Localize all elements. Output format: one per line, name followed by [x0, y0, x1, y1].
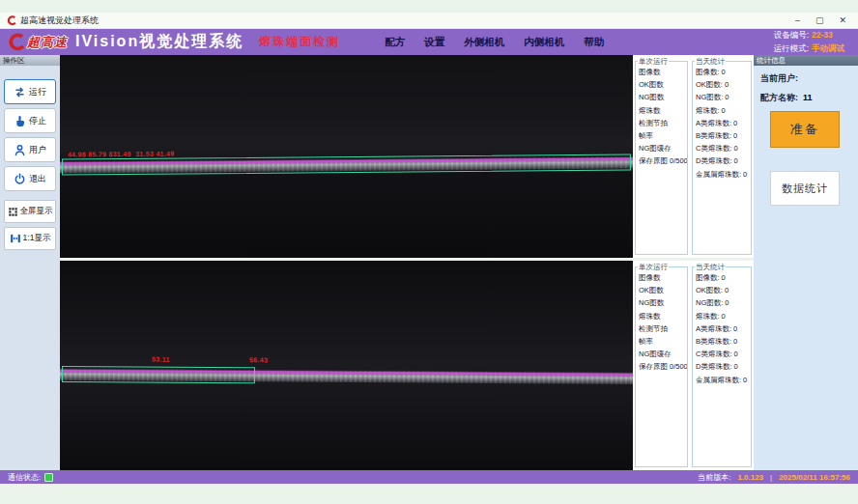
- comm-status-label: 通信状态:: [8, 472, 41, 483]
- stat-item: D类熔珠数:0: [696, 360, 751, 373]
- daily-stats-group: 当天统计 图像数:0 OK图数:0 NG图数:0 熔珠数:0 A类熔珠数:0 B…: [692, 266, 752, 467]
- power-icon: [14, 173, 26, 185]
- menu-item[interactable]: 外侧相机: [464, 36, 504, 49]
- window-title: 超高速视觉处理系统: [20, 14, 99, 27]
- detection-rect-overlay: [62, 366, 255, 383]
- app-window: 超高速视觉处理系统 – ▢ ✕ 超高速 IVision视觉处理系统 熔珠端面检测…: [0, 0, 858, 504]
- exit-button-label: 退出: [29, 173, 46, 185]
- stats-panel-top: 单次运行 图像数 OK图数 NG图数 熔珠数 检测节拍 帧率 NG图缓存: [633, 55, 754, 258]
- exit-button[interactable]: 退出: [4, 166, 56, 191]
- stat-item: 图像数: [639, 66, 687, 78]
- one-to-one-button-label: 1:1显示: [23, 233, 51, 244]
- data-statistics-button[interactable]: 数据统计: [770, 171, 840, 206]
- device-number-row: 设备编号:22-33: [774, 29, 844, 42]
- measurement-annotation: 53.11: [152, 356, 170, 363]
- recipe-name-row: 配方名称:11: [760, 92, 858, 104]
- stat-item: A类熔珠数:0: [696, 117, 751, 129]
- comm-status-indicator: [44, 473, 53, 482]
- stat-item: 图像数:0: [696, 66, 751, 78]
- operation-sidebar: 操作区 运行 停止 用户: [0, 55, 60, 470]
- current-user-label: 当前用户:: [760, 73, 798, 83]
- run-cycle-icon: [14, 86, 26, 98]
- stat-item: 检测节拍: [639, 117, 687, 129]
- app-title: IVision视觉处理系统: [75, 32, 243, 52]
- stat-item: 图像数:0: [696, 271, 751, 284]
- window-controls: – ▢ ✕: [795, 16, 846, 25]
- steel-strip-bottom: 53.11 56.43: [60, 361, 633, 390]
- measurement-annotation: 56.43: [249, 356, 268, 363]
- stat-item: 帧率: [639, 335, 687, 348]
- brand-logo-text: 超高速: [27, 34, 68, 51]
- stat-item: NG图数:0: [696, 91, 751, 103]
- user-icon: [14, 144, 26, 156]
- menu-item[interactable]: 设置: [424, 36, 444, 49]
- user-button[interactable]: 用户: [4, 137, 56, 162]
- steel-strip-top: 44.98 85.79 831.49 31.53 41.49: [60, 149, 633, 179]
- camera-view-bottom: 53.11 56.43: [60, 261, 633, 470]
- sidebar-title: 操作区: [0, 55, 60, 66]
- version-label: 当前版本:: [698, 472, 730, 483]
- maximize-button[interactable]: ▢: [815, 16, 824, 25]
- stat-item: 熔珠数:0: [696, 104, 751, 117]
- info-panel-title: 统计信息: [754, 55, 858, 66]
- brand-logo: 超高速: [6, 33, 68, 52]
- stat-item: C类熔珠数:0: [696, 348, 751, 360]
- one-to-one-button[interactable]: 1:1显示: [4, 227, 56, 250]
- fullscreen-button[interactable]: 全屏显示: [4, 200, 56, 223]
- single-run-group: 单次运行 图像数 OK图数 NG图数 熔珠数 检测节拍 帧率 NG图缓存: [635, 61, 688, 255]
- stat-item: 检测节拍: [639, 322, 687, 335]
- stat-item: 金属屑熔珠数:0: [696, 374, 751, 386]
- stat-item: NG图缓存: [639, 142, 687, 154]
- stat-item: 金属屑熔珠数:0: [696, 168, 751, 181]
- stat-item: C类熔珠数:0: [696, 142, 751, 154]
- menu-item[interactable]: 帮助: [584, 36, 604, 49]
- hand-click-icon: [14, 115, 26, 127]
- stop-button[interactable]: 停止: [4, 108, 56, 133]
- app-subtitle: 熔珠端面检测: [259, 34, 340, 50]
- run-mode-value: 手动调试: [812, 43, 844, 53]
- stats-panel-bottom: 单次运行 图像数 OK图数 NG图数 熔珠数 检测节拍 帧率 NG图缓存: [633, 261, 754, 470]
- daily-stats-rows: 图像数:0 OK图数:0 NG图数:0 熔珠数:0 A类熔珠数:0 B类熔珠数:…: [693, 271, 751, 386]
- stop-button-label: 停止: [29, 115, 46, 127]
- run-button[interactable]: 运行: [4, 79, 56, 104]
- prepare-button[interactable]: 准备: [770, 111, 840, 148]
- stat-item: NG图数: [639, 296, 687, 309]
- recipe-name-value: 11: [803, 93, 813, 102]
- datetime-value: 2025/02/11 16:57:56: [779, 473, 850, 482]
- fullscreen-grid-icon: [8, 207, 18, 217]
- single-run-group: 单次运行 图像数 OK图数 NG图数 熔珠数 检测节拍 帧率 NG图缓存: [635, 266, 688, 467]
- menu-item[interactable]: 内侧相机: [524, 36, 564, 49]
- recipe-name-label: 配方名称:: [760, 93, 798, 102]
- current-user-row: 当前用户:: [760, 72, 858, 85]
- stat-item: 保存原图0/500: [639, 360, 687, 373]
- stat-item: OK图数: [639, 78, 687, 91]
- stat-item: OK图数: [639, 284, 687, 296]
- main-menu: 配方 设置 外侧相机 内侧相机 帮助: [385, 36, 604, 49]
- statistics-info-panel: 统计信息 当前用户: 配方名称:11 准备 数据统计: [754, 55, 858, 470]
- camera-view-top: 44.98 85.79 831.49 31.53 41.49: [60, 55, 633, 258]
- run-mode-row: 运行模式:手动调试: [774, 42, 844, 55]
- status-bar: 通信状态: 当前版本: 1.0.123 | 2025/02/11 16:57:5…: [0, 470, 858, 484]
- stat-item: A类熔珠数:0: [696, 322, 751, 335]
- stat-item: NG图缓存: [639, 348, 687, 360]
- single-run-rows: 图像数 OK图数 NG图数 熔珠数 检测节拍 帧率 NG图缓存 保存原图0/50…: [636, 271, 687, 374]
- stat-item: 帧率: [639, 129, 687, 142]
- measurement-annotation: 44.98 85.79 831.49 31.53 41.49: [68, 151, 175, 158]
- app-header: 超高速 IVision视觉处理系统 熔珠端面检测 配方 设置 外侧相机 内侧相机…: [0, 29, 858, 55]
- stat-item: OK图数:0: [696, 78, 751, 91]
- user-button-label: 用户: [29, 144, 46, 156]
- single-run-rows: 图像数 OK图数 NG图数 熔珠数 检测节拍 帧率 NG图缓存 保存原图0/50…: [636, 66, 687, 168]
- run-button-label: 运行: [29, 86, 46, 98]
- stat-item: 保存原图0/500: [639, 154, 687, 167]
- version-value: 1.0.123: [737, 473, 763, 482]
- menu-item[interactable]: 配方: [385, 36, 405, 49]
- stat-item: 熔珠数:0: [696, 310, 751, 322]
- daily-stats-rows: 图像数:0 OK图数:0 NG图数:0 熔珠数:0 A类熔珠数:0 B类熔珠数:…: [693, 66, 751, 181]
- window-title-bar: 超高速视觉处理系统 – ▢ ✕: [0, 13, 858, 29]
- fullscreen-button-label: 全屏显示: [20, 206, 53, 217]
- close-button[interactable]: ✕: [839, 16, 846, 25]
- daily-stats-group: 当天统计 图像数:0 OK图数:0 NG图数:0 熔珠数:0 A类熔珠数:0 B…: [692, 61, 752, 255]
- run-mode-label: 运行模式:: [774, 43, 809, 53]
- app-logo-icon: [6, 15, 16, 26]
- minimize-button[interactable]: –: [795, 16, 800, 25]
